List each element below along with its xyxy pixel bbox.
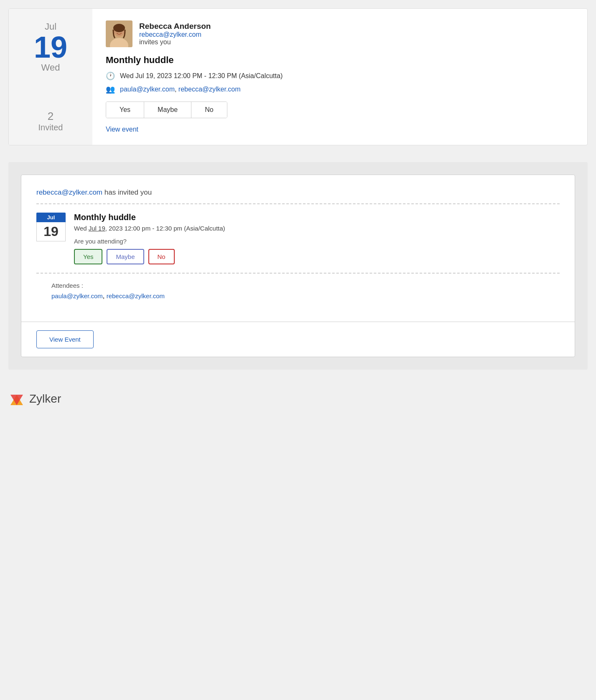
email-cal-icon: Jul 19 xyxy=(36,213,66,241)
email-rsvp-no-button[interactable]: No xyxy=(148,249,175,264)
email-event-time: Wed Jul 19, 2023 12:00 pm - 12:30 pm (As… xyxy=(74,225,560,232)
email-event-section: Jul 19 Monthly huddle Wed Jul 19, 2023 1… xyxy=(36,213,560,274)
clock-icon: 🕐 xyxy=(106,71,115,81)
email-cal-month: Jul xyxy=(36,213,66,222)
attendee1-link[interactable]: paula@zylker.com xyxy=(120,86,175,93)
rsvp-maybe-button[interactable]: Maybe xyxy=(144,102,191,118)
email-card: rebecca@zylker.com has invited you Jul 1… xyxy=(21,175,575,357)
email-attending-label: Are you attending? xyxy=(74,238,560,245)
email-invited-by: rebecca@zylker.com has invited you xyxy=(36,188,560,204)
email-attendee2-link[interactable]: rebecca@zylker.com xyxy=(107,292,165,299)
event-time-row: 🕐 Wed Jul 19, 2023 12:00 PM - 12:30 PM (… xyxy=(106,71,574,81)
card1-day: 19 xyxy=(34,32,67,62)
email-attendee1-link[interactable]: paula@zylker.com xyxy=(51,292,103,299)
card1-content: Rebecca Anderson rebecca@zylker.com invi… xyxy=(92,9,587,145)
email-rsvp-maybe-button[interactable]: Maybe xyxy=(107,249,144,264)
rsvp-buttons: Yes Maybe No xyxy=(106,101,227,118)
sender-name: Rebecca Anderson xyxy=(139,22,211,30)
rsvp-no-button[interactable]: No xyxy=(191,102,227,118)
invited-label: Invited xyxy=(38,123,63,132)
email-attendees-section: Attendees : paula@zylker.com, rebecca@zy… xyxy=(36,282,560,308)
sender-email-link[interactable]: rebecca@zylker.com xyxy=(139,31,211,38)
email-attendees-label: Attendees : xyxy=(51,282,545,289)
email-sender-link[interactable]: rebecca@zylker.com xyxy=(36,188,102,196)
email-event-title: Monthly huddle xyxy=(74,213,560,222)
card1-date-panel: Jul 19 Wed 2 Invited xyxy=(9,9,92,145)
invited-count: 2 xyxy=(38,110,63,123)
sender-header: Rebecca Anderson rebecca@zylker.com invi… xyxy=(106,20,574,47)
people-icon: 👥 xyxy=(106,85,115,94)
has-invited-you-text: has invited you xyxy=(102,188,152,196)
zylker-brand: Zylker xyxy=(8,386,588,411)
svg-point-5 xyxy=(113,24,125,32)
email-event-details: Monthly huddle Wed Jul 19, 2023 12:00 pm… xyxy=(74,213,560,264)
attendees-row: 👥 paula@zylker.com, rebecca@zylker.com xyxy=(106,85,574,94)
email-rsvp-yes-button[interactable]: Yes xyxy=(74,249,102,264)
event-title: Monthly huddle xyxy=(106,55,574,66)
email-preview-wrapper: rebecca@zylker.com has invited you Jul 1… xyxy=(8,162,588,370)
event-time-text: Wed Jul 19, 2023 12:00 PM - 12:30 PM (As… xyxy=(120,72,283,80)
email-footer: View Event xyxy=(21,322,575,357)
rsvp-yes-button[interactable]: Yes xyxy=(106,102,144,118)
attendee2-link[interactable]: rebecca@zylker.com xyxy=(178,86,241,93)
email-view-event-button[interactable]: View Event xyxy=(36,330,94,348)
attendees-text: paula@zylker.com, rebecca@zylker.com xyxy=(120,86,241,93)
view-event-link[interactable]: View event xyxy=(106,126,138,133)
email-body: rebecca@zylker.com has invited you Jul 1… xyxy=(21,175,575,322)
zylker-logo-icon xyxy=(8,391,25,407)
email-cal-day: 19 xyxy=(36,222,66,241)
email-attendees-links: paula@zylker.com, rebecca@zylker.com xyxy=(51,292,545,300)
sender-avatar xyxy=(106,20,132,47)
sender-info: Rebecca Anderson rebecca@zylker.com invi… xyxy=(139,22,211,46)
invites-you-text: invites you xyxy=(139,38,211,46)
calendar-invite-card: Jul 19 Wed 2 Invited xyxy=(8,8,588,145)
zylker-brand-name: Zylker xyxy=(29,392,61,406)
email-rsvp-buttons: Yes Maybe No xyxy=(74,249,560,264)
